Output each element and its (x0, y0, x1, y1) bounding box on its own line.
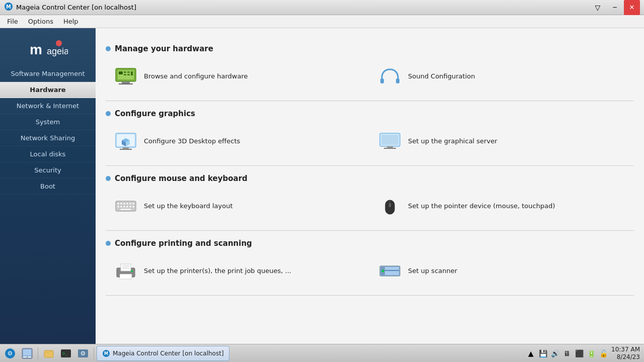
3d-effects-label: Configure 3D Desktop effects (144, 137, 240, 146)
section-mouse-keyboard: Configure mouse and keyboard (106, 174, 634, 183)
menu-help[interactable]: Help (58, 16, 84, 27)
system-tray: ▲ 💾 🔊 🖥 ⬛ 🔋 🔓 (526, 348, 608, 358)
launcher-applications[interactable]: ⚙ (2, 346, 18, 361)
taskbar-active-app[interactable]: M Mageia Control Center [on localhost] (97, 346, 229, 361)
close-button[interactable]: ✕ (624, 0, 640, 15)
system-clock[interactable]: 10:37 AM 8/24/23 (611, 346, 640, 360)
graphical-server-label: Set up the graphical server (408, 137, 497, 146)
clock-time: 10:37 AM (611, 346, 640, 353)
minimize-button[interactable]: ─ (607, 0, 623, 15)
svg-rect-31 (123, 203, 125, 205)
svg-rect-22 (123, 147, 129, 149)
svg-text:⚙: ⚙ (80, 350, 86, 357)
svg-rect-30 (120, 203, 122, 205)
scanner-icon (378, 259, 402, 283)
section-manage-hardware: Manage your hardware (106, 44, 634, 53)
menu-file[interactable]: File (2, 16, 23, 27)
sidebar-item-software-management[interactable]: Software Management (0, 66, 96, 82)
divider-1 (106, 101, 634, 101)
launcher-desktop[interactable] (19, 346, 35, 361)
svg-rect-41 (120, 209, 131, 210)
svg-rect-60 (23, 349, 31, 355)
mageia-logo: m ageia (28, 38, 68, 58)
graphics-grid: Configure 3D Desktop effects Set up the … (106, 123, 634, 159)
svg-rect-61 (23, 356, 27, 357)
section-title-printing: Configure printing and scanning (115, 239, 252, 248)
section-title-mouse-keyboard: Configure mouse and keyboard (115, 174, 248, 183)
item-graphical-server[interactable]: Set up the graphical server (370, 123, 634, 159)
sidebar-item-system[interactable]: System (0, 114, 96, 130)
3d-icon (114, 129, 138, 153)
item-sound-config[interactable]: Sound Configuration (370, 58, 634, 95)
titlebar-controls: ▽ ─ ✕ (590, 0, 640, 15)
svg-text:>_: >_ (62, 351, 68, 356)
titlebar: M Mageia Control Center [on localhost] ▽… (0, 0, 644, 15)
svg-rect-10 (124, 74, 126, 75)
svg-rect-40 (132, 206, 134, 208)
svg-rect-13 (122, 81, 130, 83)
launcher-files[interactable] (41, 346, 57, 361)
sound-config-label: Sound Configuration (408, 72, 475, 81)
svg-rect-7 (119, 71, 123, 74)
keyboard-layout-label: Set up the keyboard layout (144, 202, 233, 211)
item-browse-hardware[interactable]: Browse and configure hardware (106, 58, 370, 95)
svg-rect-9 (127, 71, 130, 73)
monitor-icon (378, 129, 402, 153)
svg-rect-39 (129, 206, 131, 208)
sidebar-item-network-internet[interactable]: Network & Internet (0, 98, 96, 114)
item-pointer-device[interactable]: Set up the pointer device (mouse, touchp… (370, 188, 634, 224)
svg-rect-62 (28, 356, 31, 357)
tray-lock[interactable]: 🔓 (598, 348, 608, 358)
tray-battery[interactable]: 🔋 (586, 348, 596, 358)
section-bullet-2 (106, 111, 111, 116)
section-title-manage-hardware: Manage your hardware (115, 44, 213, 53)
svg-rect-46 (120, 274, 132, 279)
tray-chevron[interactable]: ▲ (526, 348, 536, 358)
svg-rect-37 (123, 206, 125, 208)
sidebar-item-security[interactable]: Security (0, 162, 96, 178)
item-scanner-setup[interactable]: Set up scanner (370, 253, 634, 289)
sidebar-item-boot[interactable]: Boot (0, 178, 96, 195)
scanner-setup-label: Set up scanner (408, 267, 457, 276)
svg-rect-27 (384, 148, 396, 149)
item-keyboard-layout[interactable]: Set up the keyboard layout (106, 188, 370, 224)
svg-rect-36 (120, 206, 122, 208)
sidebar-item-network-sharing[interactable]: Network Sharing (0, 130, 96, 146)
item-printer-setup[interactable]: Set up the printer(s), the print job que… (106, 253, 370, 289)
menu-options[interactable]: Options (23, 16, 58, 27)
sidebar-item-hardware[interactable]: Hardware (0, 82, 96, 98)
mouse-icon (378, 194, 402, 218)
item-3d-effects[interactable]: Configure 3D Desktop effects (106, 123, 370, 159)
svg-point-51 (131, 270, 133, 272)
section-bullet-4 (106, 241, 111, 246)
section-bullet-3 (106, 176, 111, 181)
launcher-settings[interactable]: ⚙ (75, 346, 91, 361)
svg-rect-33 (129, 203, 131, 205)
tray-removable[interactable]: 💾 (538, 348, 548, 358)
sidebar-item-local-disks[interactable]: Local disks (0, 146, 96, 162)
svg-rect-25 (381, 135, 398, 145)
svg-text:⚙: ⚙ (8, 350, 13, 357)
titlebar-left: M Mageia Control Center [on localhost] (4, 2, 136, 13)
shade-button[interactable]: ▽ (590, 0, 606, 15)
section-printing: Configure printing and scanning (106, 239, 634, 248)
printer-icon (114, 259, 138, 283)
mouse-keyboard-grid: Set up the keyboard layout Set up (106, 188, 634, 224)
divider-4 (106, 295, 634, 296)
svg-rect-11 (127, 74, 130, 75)
taskbar-separator-2 (94, 347, 94, 359)
manage-hardware-grid: Browse and configure hardware Sound Conf… (106, 58, 634, 95)
sidebar-logo: m ageia (0, 28, 96, 66)
tray-display[interactable]: ⬛ (574, 348, 584, 358)
svg-rect-8 (124, 71, 126, 73)
tray-network[interactable]: 🖥 (562, 348, 572, 358)
svg-rect-32 (126, 203, 128, 205)
svg-rect-38 (126, 206, 128, 208)
launcher-terminal[interactable]: >_ (58, 346, 74, 361)
svg-rect-15 (380, 78, 384, 83)
section-title-graphics: Configure graphics (115, 109, 195, 118)
svg-text:m: m (30, 42, 42, 57)
tray-volume[interactable]: 🔊 (550, 348, 560, 358)
printer-setup-label: Set up the printer(s), the print job que… (144, 267, 291, 276)
svg-rect-14 (119, 83, 133, 84)
